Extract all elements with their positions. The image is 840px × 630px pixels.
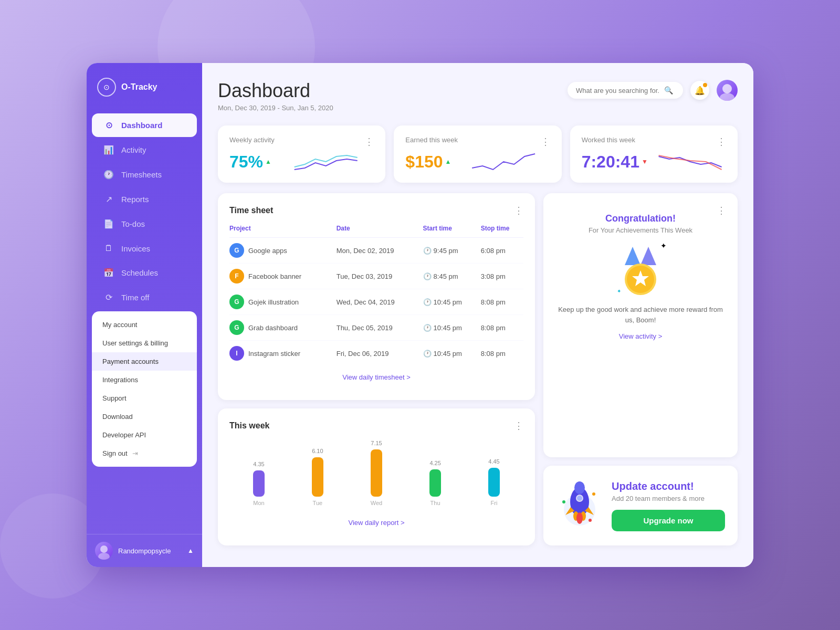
bar-col: 4.25 Thu xyxy=(429,460,441,506)
stat-header: Earned this week ⋮ xyxy=(405,136,550,149)
header: Dashboard Mon, Dec 30, 2019 - Sun, Jan 5… xyxy=(218,80,738,112)
bar xyxy=(371,449,382,497)
timeoff-icon: ⟳ xyxy=(103,292,114,302)
sidebar-item-timesheets[interactable]: 🕐 Timesheets xyxy=(92,163,197,186)
sidebar-item-label: Dashboard xyxy=(121,121,162,130)
submenu-user-settings[interactable]: User settings & billing xyxy=(92,334,197,352)
left-col: Time sheet ⋮ Project Date Start time Sto… xyxy=(218,193,535,545)
submenu-download[interactable]: Download xyxy=(92,407,197,426)
submenu-developer-api[interactable]: Developer API xyxy=(92,426,197,444)
sidebar: ⊙ O-Tracky ⊙ Dashboard 📊 Activity 🕐 Time… xyxy=(87,63,202,567)
sidebar-item-reports[interactable]: ↗ Reports xyxy=(92,187,197,211)
sidebar-item-label: Timesheets xyxy=(121,170,162,179)
table-row: G Google apps Mon, Dec 02, 2019 🕐9:45 pm… xyxy=(229,238,523,264)
sidebar-item-dashboard[interactable]: ⊙ Dashboard xyxy=(92,113,197,137)
submenu-sign-out[interactable]: Sign out ⇥ xyxy=(92,444,197,463)
bar-value: 4.35 xyxy=(253,461,264,467)
stat-trend: $150 ▲ xyxy=(405,152,451,172)
sidebar-item-activity[interactable]: 📊 Activity xyxy=(92,138,197,162)
sidebar-submenu: My account User settings & billing Payme… xyxy=(92,311,197,467)
logo[interactable]: ⊙ O-Tracky xyxy=(87,63,202,107)
table-row: F Facebook banner Tue, Dec 03, 2019 🕐8:4… xyxy=(229,264,523,289)
bar-col: 4.45 Fri xyxy=(488,458,500,506)
bar-col: 4.35 Mon xyxy=(253,461,265,506)
view-activity-link[interactable]: View activity > xyxy=(555,332,726,340)
bar-day: Thu xyxy=(430,500,440,506)
user-avatar-button[interactable] xyxy=(717,80,738,101)
card-header: This week ⋮ xyxy=(229,420,523,432)
stat-label: Weekly activity xyxy=(229,136,275,144)
main-content: Dashboard Mon, Dec 30, 2019 - Sun, Jan 5… xyxy=(202,63,753,567)
sign-out-icon: ⇥ xyxy=(132,449,138,457)
header-date: Mon, Dec 30, 2019 - Sun, Jan 5, 2020 xyxy=(218,104,333,112)
stat-bottom: 75% ▲ xyxy=(229,151,374,172)
trend-up-icon: ▲ xyxy=(445,158,452,165)
stop-cell: 8:08 pm xyxy=(481,341,523,366)
submenu-payment-accounts[interactable]: Payment accounts xyxy=(92,352,197,371)
upgrade-button[interactable]: Upgrade now xyxy=(612,510,725,531)
col-date: Date xyxy=(337,225,423,238)
svg-point-3 xyxy=(720,93,734,101)
svg-point-21 xyxy=(589,519,592,522)
svg-point-1 xyxy=(98,553,110,560)
bar-chart-card: This week ⋮ 4.35 Mon 6.10 Tue 7.15 Wed 4… xyxy=(218,408,535,545)
svg-marker-4 xyxy=(625,247,640,265)
stat-card-earned: Earned this week ⋮ $150 ▲ xyxy=(394,125,561,183)
more-options-icon[interactable]: ⋮ xyxy=(541,136,550,148)
more-options-icon[interactable]: ⋮ xyxy=(514,205,523,216)
notification-dot xyxy=(703,83,707,87)
sidebar-item-timeoff[interactable]: ⟳ Time off xyxy=(92,286,197,309)
col-stop: Stop time xyxy=(481,225,523,238)
invoices-icon: 🗒 xyxy=(103,244,114,253)
bar xyxy=(429,469,441,497)
sidebar-item-schedules[interactable]: 📅 Schedules xyxy=(92,261,197,285)
congrat-sub: For Your Achievements This Week xyxy=(555,226,726,234)
bar-day: Mon xyxy=(253,500,264,506)
timesheets-icon: 🕐 xyxy=(103,170,114,180)
stat-card-worked: Worked this week ⋮ 7:20:41 ▼ xyxy=(570,125,738,183)
svg-point-19 xyxy=(562,500,565,503)
sidebar-user[interactable]: Randompopsycle ▲ xyxy=(87,534,202,567)
schedules-icon: 📅 xyxy=(103,268,114,278)
col-project: Project xyxy=(229,225,337,238)
project-cell: G Gojek illustration xyxy=(229,289,337,315)
sidebar-item-label: Time off xyxy=(121,293,149,302)
stat-label: Worked this week xyxy=(582,136,635,144)
search-input[interactable] xyxy=(576,87,660,94)
more-options-icon[interactable]: ⋮ xyxy=(364,136,374,148)
svg-point-11 xyxy=(574,481,585,494)
bar-value: 6.10 xyxy=(312,448,323,454)
more-options-icon[interactable]: ⋮ xyxy=(717,205,726,216)
svg-point-20 xyxy=(592,492,595,496)
sidebar-item-todos[interactable]: 📄 To-dos xyxy=(92,212,197,236)
search-icon: 🔍 xyxy=(664,86,673,94)
more-options-icon[interactable]: ⋮ xyxy=(717,136,726,148)
content-grid: Time sheet ⋮ Project Date Start time Sto… xyxy=(218,193,738,545)
congrat-title: Congratulation! xyxy=(555,213,726,224)
search-bar[interactable]: 🔍 xyxy=(568,82,683,99)
bar-day: Tue xyxy=(313,500,323,506)
bar xyxy=(488,468,500,497)
submenu-my-account[interactable]: My account xyxy=(92,316,197,334)
date-cell: Fri, Dec 06, 2019 xyxy=(337,341,423,366)
notification-button[interactable]: 🔔 xyxy=(690,81,709,100)
sidebar-item-label: Invoices xyxy=(121,244,150,253)
svg-point-16 xyxy=(576,512,583,524)
stop-cell: 3:08 pm xyxy=(481,264,523,289)
bar-day: Wed xyxy=(371,500,382,506)
view-report-link[interactable]: View daily report > xyxy=(229,511,523,534)
svg-point-13 xyxy=(577,496,582,501)
bar-col: 6.10 Tue xyxy=(312,448,323,506)
submenu-integrations[interactable]: Integrations xyxy=(92,371,197,389)
more-options-icon[interactable]: ⋮ xyxy=(514,420,523,432)
sidebar-item-invoices[interactable]: 🗒 Invoices xyxy=(92,237,197,260)
view-timesheet-link[interactable]: View daily timesheet > xyxy=(229,366,523,388)
start-cell: 🕐9:45 pm xyxy=(423,238,481,264)
date-cell: Tue, Dec 03, 2019 xyxy=(337,264,423,289)
svg-point-2 xyxy=(722,84,732,93)
right-panel: ⋮ Congratulation! For Your Achievements … xyxy=(543,193,738,545)
header-right: 🔍 🔔 xyxy=(568,80,738,101)
table-row: G Gojek illustration Wed, Dec 04, 2019 🕐… xyxy=(229,289,523,315)
submenu-support[interactable]: Support xyxy=(92,389,197,407)
bar-day: Fri xyxy=(491,500,498,506)
